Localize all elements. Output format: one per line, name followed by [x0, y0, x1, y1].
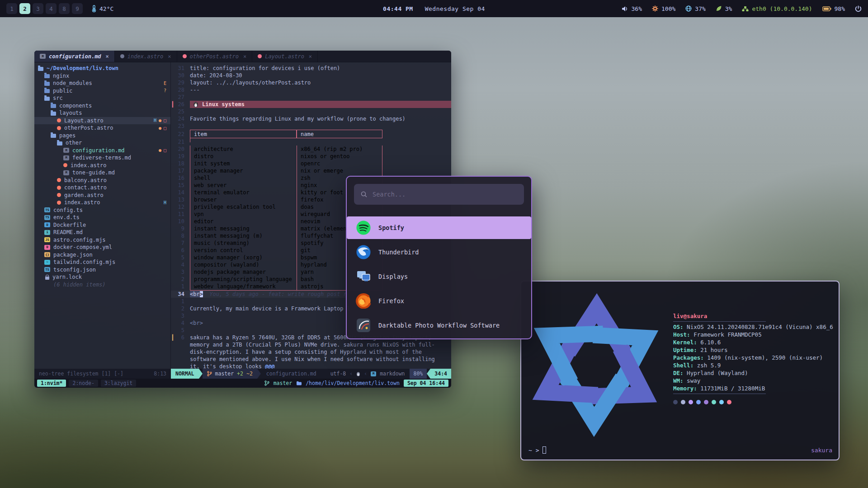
- fetch-entry: Kernel: 6.10.6: [673, 338, 835, 346]
- workspace-button[interactable]: 4: [46, 3, 57, 14]
- tmux-window-nvim[interactable]: 1:nvim*: [37, 380, 66, 387]
- tmux-window-node[interactable]: 2:node-: [69, 380, 98, 387]
- tree-item-label: src: [53, 95, 63, 101]
- tree-item[interactable]: Layout.astroH●□: [34, 117, 170, 125]
- close-icon[interactable]: ×: [168, 53, 171, 60]
- workspace-button[interactable]: 9: [72, 3, 83, 14]
- git-status-badges: ?: [164, 88, 166, 93]
- tree-item[interactable]: iREADME.md: [34, 229, 170, 236]
- palette-dot: [681, 400, 685, 404]
- tree-item[interactable]: index.astroH: [34, 199, 170, 206]
- workspace-button[interactable]: 2: [19, 3, 30, 14]
- firefox-icon: [356, 293, 371, 309]
- file-tree[interactable]: ~/Development/liv.townnginxnode_modulesE…: [34, 62, 171, 369]
- clock[interactable]: 04:44 PM Wednesday Sep 04: [383, 5, 485, 12]
- editor-line: 26▎Linux systems: [171, 101, 451, 108]
- git-status-badges: H: [164, 200, 166, 205]
- launcher-item[interactable]: Displays: [347, 265, 531, 288]
- volume-module[interactable]: 36%: [622, 5, 642, 12]
- workspace-button[interactable]: 1: [6, 3, 17, 14]
- disk-module[interactable]: 37%: [685, 5, 705, 12]
- power-button[interactable]: [855, 5, 862, 12]
- thermometer-icon: [92, 5, 96, 12]
- close-icon[interactable]: ×: [106, 53, 109, 60]
- fetch-value: Framework FRANMDCP05: [693, 331, 762, 338]
- launcher-item[interactable]: Darktable Photo Workflow Software: [347, 314, 531, 337]
- tree-item[interactable]: TSenv.d.ts: [34, 214, 170, 221]
- editor-tab[interactable]: otherPost.astro×: [177, 51, 253, 62]
- tree-item[interactable]: TStsconfig.json: [34, 266, 170, 274]
- tree-item[interactable]: index.astro: [34, 162, 170, 169]
- temperature-module[interactable]: 42°C: [92, 5, 113, 12]
- editor-tab[interactable]: Mconfiguration.md×: [34, 51, 115, 62]
- tmux-window-lazygit[interactable]: 3:lazygit: [101, 380, 136, 387]
- fastfetch-output: liv@sakura OS: NixOS 24.11.20240828.71e9…: [673, 312, 835, 404]
- astro-file-icon: [57, 178, 61, 182]
- gear-module[interactable]: 100%: [652, 5, 675, 12]
- tmux-git-branch: master: [274, 380, 292, 386]
- git-status-badges: E: [164, 81, 166, 86]
- terminal-window: liv@sakura OS: NixOS 24.11.20240828.71e9…: [520, 281, 840, 460]
- tree-item[interactable]: ~tailwind.config.mjs: [34, 258, 170, 266]
- tree-item[interactable]: TSconfig.ts: [34, 206, 170, 214]
- shell-prompt[interactable]: ~ >: [528, 446, 546, 454]
- tree-item[interactable]: public?: [34, 87, 170, 95]
- launcher-item[interactable]: Thunderbird: [347, 241, 531, 263]
- editor-line: 30date: 2024-08-30: [171, 72, 451, 79]
- tree-item[interactable]: other: [34, 139, 170, 147]
- tree-item[interactable]: Ddocker-compose.yml: [34, 244, 170, 251]
- tree-item[interactable]: ~/Development/liv.town: [34, 65, 170, 72]
- tree-item[interactable]: components: [34, 102, 170, 110]
- editor-tab[interactable]: index.astro×: [115, 51, 177, 62]
- tree-item[interactable]: src: [34, 94, 170, 102]
- battery-module[interactable]: 98%: [822, 5, 845, 12]
- fetch-entry: Shell: zsh 5.9: [673, 361, 835, 369]
- tree-item[interactable]: yarn.lock: [34, 273, 170, 281]
- fetch-label: OS:: [673, 324, 687, 330]
- tree-item[interactable]: nginx: [34, 72, 170, 80]
- close-icon[interactable]: ×: [243, 53, 246, 60]
- tree-item[interactable]: garden.astro: [34, 192, 170, 199]
- tree-item-label: otherPost.astro: [64, 125, 113, 131]
- fetch-entry: Uptime: 21 hours: [673, 346, 835, 354]
- editor-tab[interactable]: Layout.astro×: [252, 51, 318, 62]
- tree-item[interactable]: {}package.json: [34, 251, 170, 259]
- scroll-percent: 80%: [410, 369, 427, 379]
- launcher-item[interactable]: Spotify: [347, 216, 531, 239]
- tree-item[interactable]: DDockerfile: [34, 221, 170, 229]
- ethernet-icon: [742, 6, 749, 12]
- displays-icon: [356, 269, 371, 284]
- tree-item[interactable]: Mconfiguration.md●□: [34, 147, 170, 155]
- palette-dot: [673, 400, 678, 404]
- tree-item-label: package.json: [53, 252, 93, 258]
- tree-item[interactable]: Mtone-guide.md: [34, 169, 170, 177]
- globe-icon: [685, 5, 692, 12]
- cpu-module[interactable]: 3%: [716, 5, 732, 12]
- terminal-cursor: [542, 446, 546, 454]
- astro-file-icon: [57, 186, 61, 190]
- tree-item[interactable]: JSastro.config.mjs: [34, 236, 170, 244]
- astro-file-icon: [183, 54, 187, 58]
- tree-item-label: public: [53, 88, 72, 94]
- launcher-results: SpotifyThunderbirdDisplaysFirefoxDarktab…: [347, 216, 531, 337]
- launcher-search[interactable]: [354, 184, 524, 205]
- tree-item[interactable]: Mfediverse-terms.md: [34, 154, 170, 162]
- tree-item[interactable]: (6 hidden items): [34, 281, 170, 289]
- clock-time: 04:44 PM: [383, 5, 413, 12]
- git-branch: master: [215, 371, 234, 377]
- tree-item[interactable]: pages: [34, 132, 170, 140]
- launcher-item[interactable]: Firefox: [347, 290, 531, 312]
- docker-compose-file-icon: D: [44, 245, 50, 250]
- tree-item[interactable]: contact.astro: [34, 184, 170, 192]
- tree-item[interactable]: balcony.astro: [34, 177, 170, 184]
- tree-item[interactable]: layouts: [34, 109, 170, 117]
- tree-item-label: tsconfig.json: [53, 267, 96, 273]
- search-input[interactable]: [373, 191, 518, 198]
- tree-item[interactable]: otherPost.astro●□: [34, 124, 170, 132]
- network-module[interactable]: eth0 (10.0.0.140): [742, 5, 812, 12]
- fetch-entries: OS: NixOS 24.11.20240828.71e91c4 (Vicuna…: [673, 323, 835, 392]
- tree-item[interactable]: node_modulesE: [34, 80, 170, 87]
- close-icon[interactable]: ×: [309, 53, 312, 60]
- workspace-button[interactable]: 8: [59, 3, 70, 14]
- workspace-button[interactable]: 3: [33, 3, 43, 14]
